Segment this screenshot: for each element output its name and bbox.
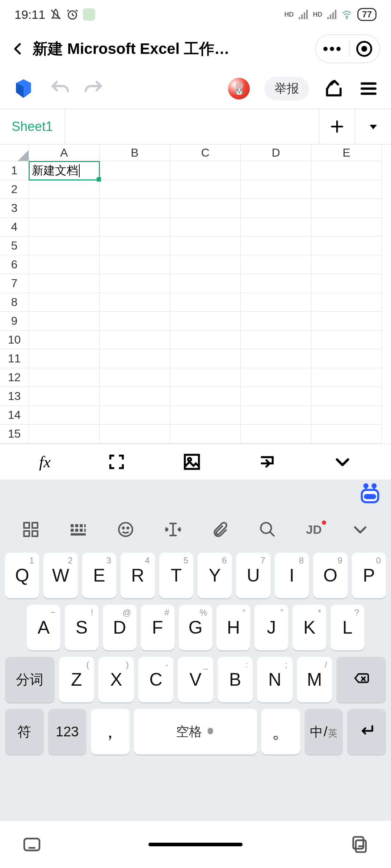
- cell-C9[interactable]: [170, 312, 241, 331]
- cell-B15[interactable]: [100, 425, 170, 443]
- cell-B10[interactable]: [100, 331, 170, 349]
- key-P[interactable]: 0P: [352, 553, 386, 598]
- sheet-dropdown-button[interactable]: [355, 109, 391, 144]
- key-enter[interactable]: [347, 709, 386, 754]
- back-button[interactable]: [11, 42, 25, 56]
- row-header-1[interactable]: 1: [0, 161, 29, 180]
- cell-D2[interactable]: [241, 180, 311, 199]
- cell-E12[interactable]: [311, 368, 382, 387]
- cell-E14[interactable]: [311, 406, 382, 425]
- spreadsheet-grid[interactable]: ABCDE1新建文档23456789101112131415: [0, 145, 391, 443]
- cell-D10[interactable]: [241, 331, 311, 349]
- key-W[interactable]: 2W: [43, 553, 77, 598]
- cell-A13[interactable]: [29, 387, 100, 406]
- cell-B3[interactable]: [100, 199, 170, 218]
- keyboard-layout-icon[interactable]: [69, 520, 87, 539]
- keyboard-grid-icon[interactable]: [22, 520, 40, 539]
- keyboard-switch-icon[interactable]: [22, 834, 42, 855]
- app-logo-icon[interactable]: [12, 77, 35, 100]
- cell-B11[interactable]: [100, 349, 170, 368]
- cell-B4[interactable]: [100, 218, 170, 237]
- key-O[interactable]: 9O: [313, 553, 347, 598]
- key-language-toggle[interactable]: 中/英: [304, 709, 343, 754]
- cell-E2[interactable]: [311, 180, 382, 199]
- cell-A9[interactable]: [29, 312, 100, 331]
- fullscreen-icon[interactable]: [107, 452, 126, 471]
- cell-A1[interactable]: 新建文档: [29, 161, 100, 180]
- redo-button[interactable]: [84, 78, 104, 99]
- search-icon[interactable]: [258, 520, 277, 539]
- col-header-C[interactable]: C: [170, 145, 241, 161]
- cell-C3[interactable]: [170, 199, 241, 218]
- cell-C14[interactable]: [170, 406, 241, 425]
- key-space[interactable]: 空格: [134, 709, 257, 754]
- row-header-2[interactable]: 2: [0, 180, 29, 199]
- row-header-15[interactable]: 15: [0, 425, 29, 443]
- cell-D7[interactable]: [241, 274, 311, 293]
- more-menu-button[interactable]: •••: [323, 41, 342, 57]
- row-header-3[interactable]: 3: [0, 199, 29, 218]
- cell-E1[interactable]: [311, 161, 382, 180]
- cell-B6[interactable]: [100, 255, 170, 274]
- report-button[interactable]: 举报: [264, 77, 309, 101]
- cell-E3[interactable]: [311, 199, 382, 218]
- col-header-A[interactable]: A: [29, 145, 100, 161]
- key-E[interactable]: 3E: [82, 553, 116, 598]
- key-X[interactable]: )X: [98, 657, 134, 702]
- clipboard-icon[interactable]: [349, 834, 369, 855]
- clip-icon[interactable]: [211, 520, 230, 539]
- row-header-6[interactable]: 6: [0, 255, 29, 274]
- key-C[interactable]: -C: [138, 657, 174, 702]
- row-header-4[interactable]: 4: [0, 218, 29, 237]
- key-backspace[interactable]: [336, 657, 386, 702]
- key-123[interactable]: 123: [48, 709, 87, 754]
- key-。[interactable]: 。: [261, 709, 300, 754]
- cell-C10[interactable]: [170, 331, 241, 349]
- cell-D13[interactable]: [241, 387, 311, 406]
- cell-D3[interactable]: [241, 199, 311, 218]
- cell-C12[interactable]: [170, 368, 241, 387]
- cell-E5[interactable]: [311, 237, 382, 255]
- cell-D1[interactable]: [241, 161, 311, 180]
- cell-D8[interactable]: [241, 293, 311, 312]
- key-D[interactable]: @D: [103, 605, 136, 650]
- home-indicator[interactable]: [148, 843, 243, 846]
- key-L[interactable]: ?L: [331, 605, 364, 650]
- cursor-icon[interactable]: [164, 520, 182, 539]
- cell-D14[interactable]: [241, 406, 311, 425]
- cell-B9[interactable]: [100, 312, 170, 331]
- cell-C8[interactable]: [170, 293, 241, 312]
- cell-A5[interactable]: [29, 237, 100, 255]
- key-B[interactable]: :B: [218, 657, 253, 702]
- cell-B8[interactable]: [100, 293, 170, 312]
- menu-button[interactable]: [358, 78, 379, 99]
- keyboard-robot-icon[interactable]: [358, 482, 382, 506]
- cell-A2[interactable]: [29, 180, 100, 199]
- cell-A8[interactable]: [29, 293, 100, 312]
- key-M[interactable]: /M: [297, 657, 332, 702]
- row-header-11[interactable]: 11: [0, 349, 29, 368]
- key-，[interactable]: ，: [91, 709, 130, 754]
- cell-E11[interactable]: [311, 349, 382, 368]
- cell-B1[interactable]: [100, 161, 170, 180]
- key-H[interactable]: “H: [216, 605, 250, 650]
- cell-C13[interactable]: [170, 387, 241, 406]
- row-header-10[interactable]: 10: [0, 331, 29, 349]
- col-header-D[interactable]: D: [241, 145, 311, 161]
- key-Y[interactable]: 6Y: [198, 553, 232, 598]
- key-F[interactable]: #F: [141, 605, 175, 650]
- record-button[interactable]: [356, 41, 372, 57]
- cell-B13[interactable]: [100, 387, 170, 406]
- cell-E9[interactable]: [311, 312, 382, 331]
- cell-A11[interactable]: [29, 349, 100, 368]
- cell-C4[interactable]: [170, 218, 241, 237]
- cell-C5[interactable]: [170, 237, 241, 255]
- row-header-7[interactable]: 7: [0, 274, 29, 293]
- cell-A10[interactable]: [29, 331, 100, 349]
- cell-C15[interactable]: [170, 425, 241, 443]
- key-I[interactable]: 8I: [275, 553, 309, 598]
- cell-D6[interactable]: [241, 255, 311, 274]
- wrap-icon[interactable]: [258, 452, 277, 471]
- cell-A3[interactable]: [29, 199, 100, 218]
- key-J[interactable]: ”J: [255, 605, 288, 650]
